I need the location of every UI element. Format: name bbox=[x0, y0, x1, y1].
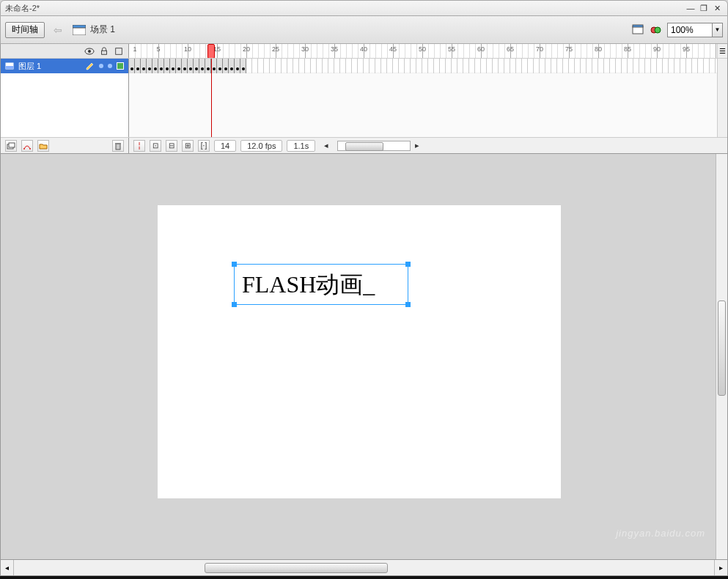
svg-rect-17 bbox=[115, 143, 121, 144]
layer-header bbox=[1, 44, 129, 58]
outline-color-box[interactable] bbox=[117, 62, 124, 70]
layers-list: 图层 1 bbox=[1, 59, 129, 137]
title-bar: 未命名-2* — ❐ ✕ bbox=[0, 0, 728, 16]
frames-vscroll[interactable] bbox=[717, 59, 727, 137]
timeline-ruler[interactable]: 15101520253035404550556065707580859095 bbox=[129, 44, 717, 58]
selection-handle[interactable] bbox=[232, 302, 237, 307]
stage-area[interactable]: FLASH动画_ jingyan.baidu.com bbox=[0, 154, 728, 560]
close-button[interactable]: ✕ bbox=[711, 3, 723, 13]
svg-rect-11 bbox=[6, 66, 13, 69]
watermark: jingyan.baidu.com bbox=[616, 528, 705, 539]
selection-handle[interactable] bbox=[232, 262, 237, 267]
hscroll-left-button[interactable]: ◂ bbox=[1, 560, 14, 575]
outline-icon[interactable] bbox=[114, 46, 124, 56]
visibility-dot[interactable] bbox=[99, 64, 103, 68]
layer-row[interactable]: 图层 1 bbox=[1, 59, 128, 73]
onion-skin-button[interactable]: ⊡ bbox=[150, 140, 161, 152]
center-frame-button[interactable]: ¦ bbox=[133, 140, 145, 152]
svg-point-5 bbox=[655, 27, 661, 33]
playhead[interactable] bbox=[207, 44, 215, 58]
new-folder-button[interactable] bbox=[37, 140, 49, 152]
lock-dot[interactable] bbox=[108, 64, 112, 68]
onion-skin-outline-button[interactable]: ⊟ bbox=[166, 140, 177, 152]
selection-handle[interactable] bbox=[405, 262, 411, 267]
scroll-right-icon[interactable]: ▸ bbox=[415, 141, 419, 150]
hscroll-thumb[interactable] bbox=[205, 563, 388, 573]
svg-rect-8 bbox=[102, 51, 107, 54]
scene-toolbar: 时间轴 ⇦ 场景 1 ▼ bbox=[0, 16, 728, 44]
window-title: 未命名-2* bbox=[5, 3, 40, 14]
layer-name-label: 图层 1 bbox=[18, 61, 41, 72]
elapsed-time-status: 1.1s bbox=[287, 140, 315, 152]
stage-vscroll[interactable] bbox=[716, 154, 727, 559]
lock-icon[interactable] bbox=[99, 46, 109, 56]
layer-icon bbox=[5, 62, 14, 70]
timeline-toggle-button[interactable]: 时间轴 bbox=[5, 22, 45, 38]
current-frame-status: 14 bbox=[214, 140, 236, 152]
edit-scene-icon[interactable] bbox=[632, 24, 645, 36]
svg-rect-16 bbox=[116, 144, 120, 150]
fps-status: 12.0 fps bbox=[240, 140, 282, 152]
timeline-footer: ¦ ⊡ ⊟ ⊞ [·] 14 12.0 fps 1.1s ◂ ▸ bbox=[1, 137, 727, 153]
svg-point-7 bbox=[88, 50, 91, 53]
selection-handle[interactable] bbox=[405, 302, 411, 307]
symbol-icon[interactable] bbox=[650, 24, 663, 36]
edit-multiple-frames-button[interactable]: ⊞ bbox=[182, 140, 194, 152]
scene-name-label: 场景 1 bbox=[90, 23, 115, 36]
eye-icon[interactable] bbox=[84, 46, 95, 56]
onion-markers-button[interactable]: [·] bbox=[198, 140, 210, 152]
svg-point-15 bbox=[29, 148, 31, 150]
svg-rect-13 bbox=[9, 143, 15, 147]
pencil-icon bbox=[86, 62, 95, 70]
new-layer-button[interactable] bbox=[5, 140, 17, 152]
svg-rect-9 bbox=[116, 48, 122, 54]
delete-layer-button[interactable] bbox=[112, 140, 124, 152]
timeline-panel: 15101520253035404550556065707580859095 ☰… bbox=[0, 44, 728, 154]
back-arrow-icon[interactable]: ⇦ bbox=[49, 21, 67, 39]
hscroll-right-button[interactable]: ▸ bbox=[714, 560, 727, 575]
frames-area[interactable] bbox=[129, 59, 717, 137]
svg-rect-1 bbox=[73, 25, 86, 28]
vscroll-thumb[interactable] bbox=[718, 300, 726, 396]
new-guide-layer-button[interactable] bbox=[21, 140, 33, 152]
minimize-button[interactable]: — bbox=[685, 3, 696, 13]
stage-canvas[interactable] bbox=[158, 205, 561, 498]
frames-hscroll[interactable] bbox=[337, 141, 411, 151]
svg-rect-3 bbox=[633, 25, 643, 27]
stage-text[interactable]: FLASH动画_ bbox=[235, 265, 408, 306]
zoom-input[interactable] bbox=[667, 23, 713, 37]
scroll-left-icon[interactable]: ◂ bbox=[324, 141, 328, 150]
svg-point-14 bbox=[23, 148, 25, 150]
scene-icon bbox=[73, 25, 86, 35]
restore-button[interactable]: ❐ bbox=[698, 3, 710, 13]
zoom-dropdown-button[interactable]: ▼ bbox=[713, 23, 723, 37]
timeline-options-icon[interactable]: ☰ bbox=[717, 44, 727, 58]
text-selection-box[interactable]: FLASH动画_ bbox=[234, 264, 408, 305]
stage-hscroll[interactable]: ◂ ▸ bbox=[0, 560, 728, 576]
